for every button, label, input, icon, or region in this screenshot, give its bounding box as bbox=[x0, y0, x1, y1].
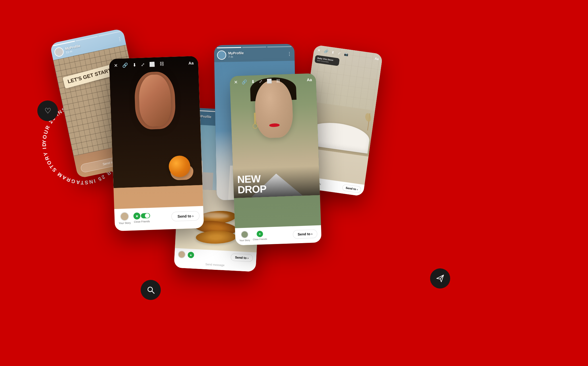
expand-icon[interactable]: ⤢ bbox=[141, 62, 145, 67]
heart-icon-float: ♡ bbox=[37, 100, 58, 121]
send-to-button[interactable]: Send to › bbox=[171, 211, 200, 221]
more-4a[interactable]: ⋮ bbox=[287, 51, 292, 57]
story-options-row: Your Story ★ Close Friends Send to › bbox=[118, 210, 200, 225]
expand-icon-4[interactable]: ⤢ bbox=[259, 79, 263, 84]
download-icon-5[interactable]: ⬇ bbox=[331, 50, 335, 55]
your-story-avatar-3 bbox=[178, 251, 185, 258]
close-friends-4: ★ Close Friends bbox=[253, 231, 267, 241]
camera-icon-5[interactable]: 📷 bbox=[344, 52, 349, 57]
card4-send-panel: Your Story ★ Close Friends Send to › bbox=[235, 225, 322, 245]
woman-photo-4: NEW DROP bbox=[230, 73, 320, 198]
photo-area bbox=[109, 56, 203, 188]
pa2 bbox=[242, 47, 266, 48]
close-icon-5[interactable]: ✕ bbox=[317, 48, 321, 53]
story-card-new-drop: ✕ 🔗 ⬇ ⤢ ⬜ ⛓ Aa NEW DROP bbox=[230, 73, 322, 245]
expand-icon-5[interactable]: ⤢ bbox=[338, 51, 341, 55]
send-to-label: Send to › bbox=[177, 214, 194, 219]
pa3 bbox=[267, 46, 292, 47]
card3-bottom-panel: ★ Send to › Send message bbox=[174, 248, 257, 272]
close-friends-option: ★ Close Friends bbox=[133, 212, 150, 223]
text-tool-5[interactable]: Aa bbox=[375, 57, 379, 61]
svg-line-1 bbox=[152, 291, 154, 293]
user-info-4a: MyProfile 7 m bbox=[228, 51, 244, 59]
your-story-option: Your Story bbox=[118, 212, 131, 224]
send-icon-float bbox=[430, 268, 450, 288]
your-story-label: Your Story bbox=[119, 221, 131, 224]
story-card-woman-orange: ✕ 🔗 ⬇ ⤢ ⬜ ⛓ Aa Your Story ★ bbox=[109, 56, 204, 231]
story-header-4a: MyProfile 7 m ⋮ bbox=[214, 48, 295, 62]
pa1 bbox=[217, 47, 241, 48]
new-drop-text: NEW DROP bbox=[237, 172, 316, 195]
send-message-text-3: Send message bbox=[205, 263, 225, 267]
send-to-btn-3[interactable]: Send to › bbox=[231, 253, 253, 262]
send-to-btn-4[interactable]: Send to › bbox=[293, 229, 317, 239]
more-options[interactable]: ⋮ bbox=[117, 36, 123, 42]
your-story-4: Your Story bbox=[239, 231, 250, 242]
download-icon[interactable]: ⬇ bbox=[132, 62, 136, 67]
avatar-4a bbox=[217, 50, 227, 60]
avatar bbox=[54, 47, 65, 57]
close-friends-label-4: Close Friends bbox=[253, 238, 267, 241]
search-icon-float bbox=[141, 280, 161, 300]
search-icon bbox=[146, 286, 155, 294]
send-to-label-3: Send to › bbox=[235, 255, 249, 260]
close-friends-avatar-3: ★ bbox=[187, 252, 194, 258]
chain-icon-4[interactable]: ⛓ bbox=[276, 78, 280, 83]
link-icon[interactable]: 🔗 bbox=[122, 62, 128, 68]
heart-icon: ♡ bbox=[45, 106, 51, 115]
username-4a: MyProfile bbox=[228, 51, 244, 55]
download-icon-4[interactable]: ⬇ bbox=[251, 79, 255, 84]
link-icon-5[interactable]: 🔗 bbox=[324, 49, 328, 54]
close-friends-label: Close Friends bbox=[134, 220, 150, 223]
new-drop-overlay: NEW DROP bbox=[233, 166, 320, 198]
your-story-label-4: Your Story bbox=[239, 239, 250, 242]
sticker-icon[interactable]: ⬜ bbox=[149, 61, 155, 67]
text-tool-4[interactable]: Aa bbox=[307, 77, 312, 82]
card4-send-row: Your Story ★ Close Friends Send to › bbox=[239, 228, 318, 242]
drop-label: DROP bbox=[237, 182, 316, 195]
text-tool[interactable]: Aa bbox=[188, 61, 194, 65]
link-icon-4[interactable]: 🔗 bbox=[241, 79, 247, 85]
send-icon bbox=[436, 274, 444, 282]
username-group: MyProfile 11 m bbox=[65, 44, 81, 54]
close-icon-4[interactable]: ✕ bbox=[234, 79, 238, 85]
send-panel: Your Story ★ Close Friends Send to › bbox=[114, 206, 204, 231]
send-to-btn-5[interactable]: Send to › bbox=[342, 184, 361, 193]
time-4a: 7 m bbox=[228, 55, 244, 59]
send-to-label-5: Send to › bbox=[345, 186, 358, 191]
send-to-label-4: Send to › bbox=[298, 232, 313, 237]
close-icon[interactable]: ✕ bbox=[114, 63, 118, 68]
sticker-icon-4[interactable]: ⬜ bbox=[266, 78, 272, 84]
chain-icon[interactable]: ⛓ bbox=[159, 61, 164, 67]
